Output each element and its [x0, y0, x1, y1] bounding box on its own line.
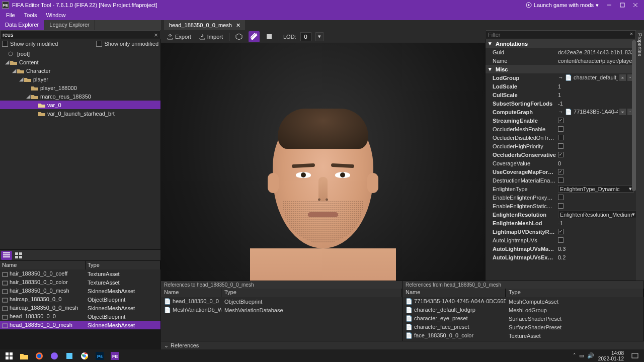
property-row[interactable]: Guiddc42ea2e-281f-4c43-b1b1-832a2	[486, 48, 636, 56]
references-footer[interactable]: ⌄ References	[161, 341, 644, 349]
property-row[interactable]: CullScale1	[486, 90, 636, 99]
property-row[interactable]: LightmapUVDensityRescale✓	[486, 227, 636, 236]
notifications-icon[interactable]	[628, 350, 642, 361]
grid-view-button[interactable]	[13, 251, 24, 260]
solid-button[interactable]	[264, 31, 275, 42]
asset-row[interactable]: hair_188350_0_0_coeff TextureAsset	[0, 269, 160, 278]
launch-game-button[interactable]: Launch game with mods ▾	[526, 2, 599, 9]
reference-row[interactable]: 📄 character_default_lodgrpMeshLodGroup	[403, 306, 643, 314]
tree-player-folder[interactable]: player_188000	[0, 83, 160, 92]
col-name[interactable]: Name	[403, 289, 506, 297]
tray-chevron-icon[interactable]: ˄	[573, 352, 576, 359]
asset-row[interactable]: haircap_188350_0_0_mesh SkinnedMeshAsset	[0, 304, 160, 312]
property-row[interactable]: StreamingEnable✓	[486, 116, 636, 125]
asset-row[interactable]: haircap_188350_0_0 ObjectBlueprint	[0, 295, 160, 304]
start-button[interactable]	[2, 350, 16, 361]
properties-side-tab[interactable]: Properties	[636, 30, 643, 59]
property-row[interactable]: LodGroup→ 📄 character_default_lodg×⋯	[486, 73, 636, 82]
close-tab-button[interactable]: ✕	[235, 22, 242, 29]
file-explorer-icon[interactable]	[17, 350, 31, 361]
tree-content[interactable]: ◢Content	[0, 58, 160, 66]
tab-data-explorer[interactable]: Data Explorer	[0, 20, 44, 30]
property-row[interactable]: OccluderDisabledOnTranspare...	[486, 133, 636, 142]
property-row[interactable]: EnableEnlightenStaticOverride	[486, 202, 636, 210]
editor-icon[interactable]: FE	[108, 350, 122, 361]
property-row[interactable]: AutoLightmapUVsMaxDista...0.3	[486, 244, 636, 253]
network-icon[interactable]: ▭	[579, 352, 584, 359]
only-unmodified-checkbox[interactable]: Show only unmodified	[96, 41, 158, 47]
menu-tools[interactable]: Tools	[20, 11, 41, 19]
reference-row[interactable]: 📄 character_face_presetSurfaceShaderPres…	[403, 323, 643, 331]
lod-input[interactable]	[300, 32, 311, 41]
app-icon-2[interactable]	[62, 350, 76, 361]
section-misc[interactable]: ▾Misc	[486, 65, 636, 73]
view-cube-button[interactable]	[233, 31, 245, 42]
open-file-tab[interactable]: head_188350_0_0_mesh ✕	[164, 20, 245, 30]
reference-row[interactable]: 📄 head_188350_0_0ObjectBlueprint	[161, 297, 402, 306]
asset-tree[interactable]: [root] ◢Content ◢Character ◢player playe…	[0, 48, 160, 249]
property-row[interactable]: CoverageValue0	[486, 159, 636, 167]
tree-var0-launch[interactable]: var_0_launch_starhead_brt	[0, 109, 160, 118]
maximize-button[interactable]	[616, 1, 629, 10]
reference-row[interactable]: 📄 face_188350_0_0_colorTextureAsset	[403, 331, 643, 340]
menu-window[interactable]: Window	[42, 11, 69, 19]
chrome-icon[interactable]	[77, 350, 92, 361]
sound-icon[interactable]: 🔊	[587, 352, 594, 359]
tree-root[interactable]: [root]	[0, 49, 160, 58]
tree-marco[interactable]: ◢marco_reus_188350	[0, 92, 160, 101]
photoshop-icon[interactable]: Ps	[93, 350, 107, 361]
clear-search-button[interactable]: ×	[152, 32, 160, 38]
property-row[interactable]: UseCoverageMapForLightM...✓	[486, 167, 636, 176]
asset-row[interactable]: head_188350_0_0 ObjectBlueprint	[0, 312, 160, 321]
property-row[interactable]: EnlightenResolutionEnlightenResolution_M…	[486, 210, 636, 219]
property-row[interactable]: Namecontent/character/player/player_1	[486, 56, 636, 65]
taskbar-clock[interactable]: 14:082022-01-12	[595, 350, 627, 361]
asset-row[interactable]: head_188350_0_0_mesh SkinnedMeshAsset	[0, 321, 160, 329]
col-type[interactable]: Type	[86, 261, 160, 269]
tree-character[interactable]: ◢Character	[0, 66, 160, 75]
filter-input[interactable]	[486, 31, 627, 39]
clear-filter-button[interactable]: ×	[627, 31, 635, 39]
property-row[interactable]: AutoLightmapUVs	[486, 236, 636, 244]
property-row[interactable]: OccluderMeshEnable	[486, 125, 636, 133]
reference-row[interactable]: 📄 771B43B5-1A40-4745-A04A-0DC66DB06495Me…	[403, 297, 643, 306]
property-row[interactable]: AutoLightmapUVsExpansio...0.2	[486, 253, 636, 261]
col-name[interactable]: Name	[161, 289, 221, 297]
list-view-button[interactable]	[1, 251, 12, 260]
reference-row[interactable]: 📄 MeshVariationDb_Win32MeshVariationData…	[161, 306, 402, 314]
import-button[interactable]: Import	[197, 32, 225, 41]
property-row[interactable]: OccluderHighPriority	[486, 142, 636, 150]
asset-row[interactable]: hair_188350_0_0_color TextureAsset	[0, 278, 160, 287]
menu-file[interactable]: File	[2, 11, 19, 19]
property-row[interactable]: LodScale1	[486, 82, 636, 90]
col-type[interactable]: Type	[506, 289, 643, 297]
reference-row[interactable]: 📄 character_eye_presetSurfaceShaderPrese…	[403, 314, 643, 323]
property-row[interactable]: DestructionMaterialEnable	[486, 176, 636, 185]
app-icon-1[interactable]	[47, 350, 61, 361]
firefox-icon[interactable]	[32, 350, 46, 361]
tab-legacy-explorer[interactable]: Legacy Explorer	[44, 20, 95, 30]
minimize-button[interactable]	[603, 1, 616, 10]
shading-button[interactable]	[249, 31, 260, 42]
only-modified-checkbox[interactable]: Show only modified	[2, 41, 58, 47]
asset-row[interactable]: hair_188350_0_0_mesh SkinnedMeshAsset	[0, 287, 160, 295]
scrollbar-thumb[interactable]	[632, 40, 636, 191]
property-row[interactable]: EnableEnlightenProxyOverride	[486, 193, 636, 202]
col-type[interactable]: Type	[221, 289, 402, 297]
lod-dropdown[interactable]: ▾	[315, 32, 324, 41]
section-annotations[interactable]: ▾Annotations	[486, 39, 636, 48]
col-name[interactable]: Name	[0, 261, 86, 269]
export-button[interactable]: Export	[165, 32, 193, 41]
tree-player[interactable]: ◢player	[0, 75, 160, 83]
property-row[interactable]: ComputeGraph→ 📄 771B43B5-1A40-4745×⋯	[486, 108, 636, 116]
property-row[interactable]: SubsetSortingForLods-1	[486, 99, 636, 108]
tree-var0[interactable]: var_0	[0, 101, 160, 109]
search-input[interactable]	[1, 32, 152, 38]
close-button[interactable]	[629, 1, 642, 10]
property-row[interactable]: OccluderIsConservative✓	[486, 150, 636, 159]
properties-list[interactable]: ▾Annotations Guiddc42ea2e-281f-4c43-b1b1…	[486, 39, 636, 320]
system-tray[interactable]: ˄ ▭ 🔊	[573, 352, 594, 359]
asset-table-body[interactable]: hair_188350_0_0_coeff TextureAsset hair_…	[0, 269, 160, 329]
property-row[interactable]: EnlightenMeshLod-1	[486, 219, 636, 227]
property-row[interactable]: EnlightenTypeEnlightenType_Dynamic▾	[486, 185, 636, 193]
